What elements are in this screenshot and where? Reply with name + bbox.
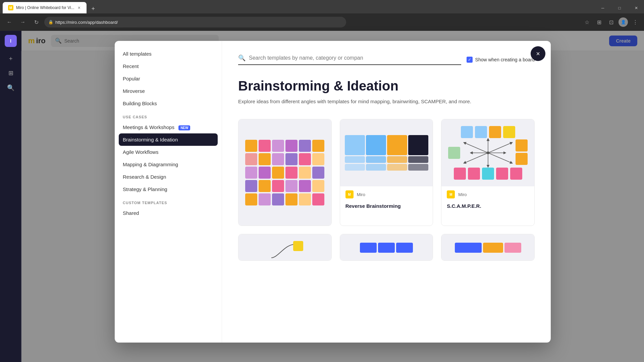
miro-sidebar: I ＋ ⊞ 🔍 <box>0 31 21 362</box>
security-lock-icon: 🔒 <box>48 20 53 24</box>
show-creating-checkbox[interactable]: ✓ <box>467 57 473 63</box>
svg-rect-9 <box>293 241 303 251</box>
sidebar-item-strategy-planning[interactable]: Strategy & Planning <box>115 183 222 195</box>
custom-templates-section-label: CUSTOM TEMPLATES <box>115 195 222 207</box>
template-card-scamper[interactable]: M Miro S.C.A.M.P.E.R. <box>441 119 535 226</box>
menu-icon[interactable]: ⋮ <box>631 17 640 27</box>
template-content-area: 🔍 ✓ Show when creating a board Brainstor… <box>222 41 551 343</box>
address-bar-row: ← → ↻ 🔒 https://miro.com/app/dashboard/ … <box>0 13 644 31</box>
new-badge: NEW <box>178 125 190 130</box>
provider-name-2: Miro <box>357 192 365 197</box>
minimize-button[interactable]: ─ <box>595 3 610 13</box>
template-card-reverse-brainstorming[interactable]: M Miro Reverse Brainstorming <box>340 119 433 226</box>
sidebar-item-brainstorming-ideation[interactable]: Brainstorming & Ideation <box>119 133 218 146</box>
svg-line-2 <box>488 143 512 153</box>
tab-bar: M Miro | Online Whiteboard for Vi... × +… <box>0 0 644 13</box>
svg-line-3 <box>465 153 488 163</box>
tab-close-btn[interactable]: × <box>77 4 81 11</box>
use-cases-section-label: USE CASES <box>115 110 222 121</box>
maximize-button[interactable]: □ <box>612 3 627 13</box>
sidebar-item-miroverse[interactable]: Miroverse <box>115 85 222 97</box>
url-display: https://miro.com/app/dashboard/ <box>55 20 342 25</box>
svg-line-1 <box>465 143 488 153</box>
template-card-partial-2[interactable] <box>340 234 433 261</box>
miro-add-button[interactable]: ＋ <box>5 52 17 64</box>
browser-tab[interactable]: M Miro | Online Whiteboard for Vi... × <box>3 2 87 13</box>
template-card-partial-1[interactable] <box>238 234 332 261</box>
bookmark-icon[interactable]: ⊞ <box>594 17 604 27</box>
browser-chrome: M Miro | Online Whiteboard for Vi... × +… <box>0 0 644 362</box>
window-controls: ─ □ ✕ <box>595 3 644 13</box>
template-preview-reverse <box>340 119 433 186</box>
template-card-info-scamper: M Miro <box>441 186 534 202</box>
miro-search-button[interactable]: 🔍 <box>5 82 17 94</box>
template-card-partial-3[interactable] <box>441 234 535 261</box>
search-row: 🔍 ✓ Show when creating a board <box>238 54 535 65</box>
refresh-button[interactable]: ↻ <box>31 17 42 27</box>
modal-body: All templates Recent Popular Miroverse <box>115 41 551 343</box>
sidebar-item-recent[interactable]: Recent <box>115 60 222 72</box>
template-card-brainwriting[interactable]: M Miro Brainwriting <box>238 119 332 226</box>
provider-icon-miro-2: M <box>345 190 354 198</box>
scamper-arrows-svg <box>458 136 518 170</box>
template-grid-second-row <box>238 234 535 261</box>
template-card-info-brainwriting: M Miro <box>238 226 331 226</box>
search-container[interactable]: 🔍 <box>238 54 461 65</box>
tab-title: Miro | Online Whiteboard for Vi... <box>16 5 74 10</box>
page-description: Explore ideas from different angles with… <box>238 98 523 106</box>
profile-avatar[interactable]: 👤 <box>619 17 628 27</box>
template-search-input[interactable] <box>249 55 461 61</box>
partial-card-1-svg <box>251 234 318 261</box>
sidebar-item-research-design[interactable]: Research & Design <box>115 171 222 183</box>
template-card-title-scamper: S.C.A.M.P.E.R. <box>441 203 534 214</box>
sidebar-item-popular[interactable]: Popular <box>115 72 222 85</box>
template-card-info-reverse: M Miro <box>340 186 433 202</box>
sidebar-item-mapping-diagramming[interactable]: Mapping & Diagramming <box>115 158 222 171</box>
sidebar-item-building-blocks[interactable]: Building Blocks <box>115 97 222 110</box>
modal-close-button[interactable]: × <box>531 46 545 61</box>
template-preview-scamper <box>441 119 534 186</box>
miro-app: I ＋ ⊞ 🔍 miro 🔍 Create <box>0 31 644 362</box>
template-grid: M Miro Brainwriting <box>238 119 535 226</box>
sidebar-item-all-templates[interactable]: All templates <box>115 48 222 60</box>
template-card-title-reverse: Reverse Brainstorming <box>340 203 433 214</box>
sidebar-item-shared[interactable]: Shared <box>115 207 222 219</box>
star-icon[interactable]: ☆ <box>582 17 592 27</box>
provider-name-3: Miro <box>458 192 467 197</box>
extension-icon[interactable]: ⊡ <box>606 17 616 27</box>
template-preview-brainwriting <box>238 119 331 226</box>
new-tab-button[interactable]: + <box>88 4 99 13</box>
sidebar-item-meetings-workshops[interactable]: Meetings & Workshops NEW <box>115 121 222 133</box>
miro-home-button[interactable]: ⊞ <box>5 67 17 79</box>
miro-main-content: miro 🔍 Create × <box>21 31 644 362</box>
address-bar[interactable]: 🔒 https://miro.com/app/dashboard/ <box>44 17 346 27</box>
sidebar-item-agile-workflows[interactable]: Agile Workflows <box>115 146 222 158</box>
template-sidebar: All templates Recent Popular Miroverse <box>115 41 222 343</box>
tab-favicon: M <box>8 5 13 10</box>
modal-overlay: × All templates Recent <box>21 31 644 362</box>
provider-icon-miro-3: M <box>447 190 455 198</box>
browser-action-buttons: ☆ ⊞ ⊡ 👤 ⋮ <box>582 17 640 27</box>
search-icon: 🔍 <box>238 54 246 62</box>
template-modal: × All templates Recent <box>115 41 551 343</box>
forward-button[interactable]: → <box>17 17 28 27</box>
svg-line-4 <box>488 153 512 163</box>
back-button[interactable]: ← <box>4 17 15 27</box>
close-button[interactable]: ✕ <box>629 3 644 13</box>
show-creating-toggle[interactable]: ✓ Show when creating a board <box>467 57 535 63</box>
miro-logo: I <box>5 35 17 47</box>
page-title: Brainstorming & Ideation <box>238 78 535 94</box>
